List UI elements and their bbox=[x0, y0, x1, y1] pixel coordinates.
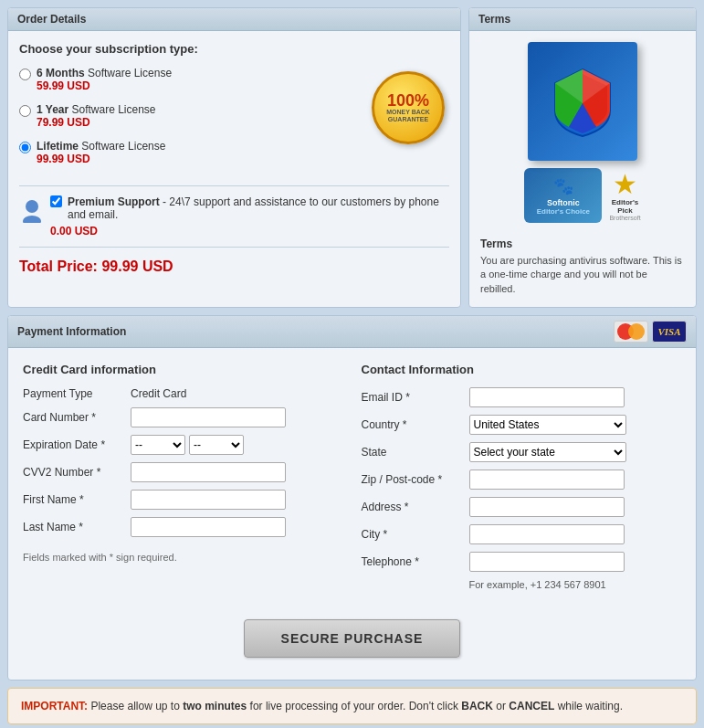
first-name-row: First Name * bbox=[23, 490, 343, 510]
credit-card-title: Credit Card information bbox=[23, 363, 343, 376]
secure-purchase-container: SECURE PURCHASE bbox=[8, 619, 696, 680]
divider-1 bbox=[19, 185, 449, 186]
zip-input[interactable] bbox=[469, 470, 625, 490]
phone-example: For example, +1 234 567 8901 bbox=[362, 579, 682, 590]
terms-title: Terms bbox=[480, 237, 685, 250]
svg-point-0 bbox=[26, 200, 38, 213]
country-select[interactable]: United States Canada United Kingdom Aust… bbox=[469, 415, 626, 435]
total-price-row: Total Price: 99.99 USD bbox=[19, 258, 449, 275]
radio-6months[interactable] bbox=[19, 69, 31, 80]
subscription-options: 6 Months Software License 59.99 USD 1 Ye… bbox=[19, 67, 449, 176]
terms-images: 🐾 Softonic Editor's Choice ★ Editor's Pi… bbox=[480, 42, 685, 296]
mc-circles bbox=[617, 323, 645, 340]
important-label: IMPORTANT: bbox=[21, 700, 88, 712]
premium-support-checkbox[interactable] bbox=[50, 195, 62, 207]
support-checkbox-row: Premium Support - 24\7 support and assis… bbox=[50, 195, 449, 221]
payment-type-label: Payment Type bbox=[23, 387, 123, 400]
zip-label: Zip / Post-code * bbox=[362, 473, 462, 486]
credit-card-section: Credit Card information Payment Type Cre… bbox=[23, 363, 343, 590]
badges-row: 🐾 Softonic Editor's Choice ★ Editor's Pi… bbox=[524, 168, 640, 223]
star-icon: ★ bbox=[609, 171, 640, 198]
radio-1year[interactable] bbox=[19, 105, 31, 117]
notice-bold1: two minutes bbox=[183, 700, 247, 712]
address-input[interactable] bbox=[469, 497, 625, 517]
radio-lifetime[interactable] bbox=[19, 142, 31, 153]
contact-info-title: Contact Information bbox=[362, 363, 682, 376]
support-price: 0.00 USD bbox=[50, 225, 449, 237]
option-6months: 6 Months Software License 59.99 USD bbox=[19, 67, 360, 92]
premium-support-row: Premium Support - 24\7 support and assis… bbox=[19, 195, 449, 237]
terms-text-section: Terms You are purchasing antivirus softw… bbox=[480, 237, 685, 296]
zip-row: Zip / Post-code * bbox=[362, 470, 682, 490]
state-label: State bbox=[362, 446, 462, 459]
softonic-sublabel: Editor's Choice bbox=[537, 207, 590, 216]
address-row: Address * bbox=[362, 497, 682, 517]
subscription-title: Choose your subscription type: bbox=[19, 42, 449, 56]
options-list: 6 Months Software License 59.99 USD 1 Ye… bbox=[19, 67, 360, 176]
expiration-date-row: Expiration Date * -- 010203 040506 07080… bbox=[23, 435, 343, 455]
card-number-row: Card Number * bbox=[23, 407, 343, 427]
support-person-icon bbox=[19, 197, 45, 223]
state-select[interactable]: Select your state Alabama Alaska Califor… bbox=[469, 442, 626, 462]
expiry-month-select[interactable]: -- 010203 040506 070809 101112 bbox=[131, 435, 185, 455]
terms-description: You are purchasing antivirus software. T… bbox=[480, 254, 685, 296]
pick-label: Pick bbox=[609, 206, 640, 215]
brothersoft-label: Brothersoft bbox=[609, 215, 640, 221]
country-row: Country * United States Canada United Ki… bbox=[362, 415, 682, 435]
secure-purchase-button[interactable]: SECURE PURCHASE bbox=[244, 619, 461, 658]
payment-type-value: Credit Card bbox=[131, 387, 186, 400]
top-section: Order Details Choose your subscription t… bbox=[7, 7, 697, 308]
cvv2-label: CVV2 Number * bbox=[23, 466, 123, 479]
expiry-selects: -- 010203 040506 070809 101112 -- 202420… bbox=[131, 435, 244, 455]
address-label: Address * bbox=[362, 501, 462, 513]
page-wrapper: Order Details Choose your subscription t… bbox=[7, 7, 697, 724]
required-note: Fields marked with * sign required. bbox=[23, 552, 343, 563]
terms-header: Terms bbox=[469, 8, 696, 31]
payment-body: Credit Card information Payment Type Cre… bbox=[8, 348, 696, 605]
notice-text1: Please allow up to bbox=[90, 700, 183, 712]
telephone-input[interactable] bbox=[469, 552, 625, 572]
option-6months-label: 6 Months Software License 59.99 USD bbox=[37, 67, 172, 92]
last-name-label: Last Name * bbox=[23, 521, 123, 533]
notice-text4: while waiting. bbox=[558, 700, 623, 712]
badge-percent: 100% bbox=[387, 92, 429, 109]
telephone-label: Telephone * bbox=[362, 555, 462, 568]
email-input[interactable] bbox=[469, 387, 625, 407]
editors-label: Editor's bbox=[609, 198, 640, 206]
expiry-year-select[interactable]: -- 202420252026 202720282029 2030 bbox=[189, 435, 244, 455]
softonic-badge: 🐾 Softonic Editor's Choice bbox=[524, 168, 602, 223]
payment-panel: Payment Information VISA Credit Card inf… bbox=[7, 315, 697, 681]
card-number-label: Card Number * bbox=[23, 411, 123, 424]
card-number-input[interactable] bbox=[131, 407, 286, 427]
city-input[interactable] bbox=[469, 524, 625, 544]
terms-body: 🐾 Softonic Editor's Choice ★ Editor's Pi… bbox=[469, 31, 696, 307]
total-price-value: 99.99 USD bbox=[101, 258, 173, 274]
support-text: Premium Support - 24\7 support and assis… bbox=[68, 195, 449, 221]
badge-text: MONEY BACKGUARANTEE bbox=[386, 109, 430, 124]
visa-logo: VISA bbox=[652, 321, 687, 343]
country-label: Country * bbox=[362, 418, 462, 431]
payment-type-row: Payment Type Credit Card bbox=[23, 387, 343, 400]
divider-2 bbox=[19, 247, 449, 248]
option-1year-label: 1 Year Software License 79.99 USD bbox=[37, 103, 156, 129]
card-logos: VISA bbox=[614, 321, 687, 343]
city-label: City * bbox=[362, 528, 462, 541]
first-name-input[interactable] bbox=[131, 490, 286, 510]
terms-panel: Terms bbox=[468, 7, 697, 308]
notice-bold2: BACK bbox=[461, 700, 493, 712]
option-1year: 1 Year Software License 79.99 USD bbox=[19, 103, 360, 129]
email-row: Email ID * bbox=[362, 387, 682, 407]
last-name-row: Last Name * bbox=[23, 517, 343, 537]
cvv2-row: CVV2 Number * bbox=[23, 462, 343, 482]
payment-panel-header: Payment Information VISA bbox=[8, 316, 696, 348]
order-details-header: Order Details bbox=[8, 8, 460, 31]
notice-text3: or bbox=[496, 700, 509, 712]
cvv2-input[interactable] bbox=[131, 462, 286, 482]
svg-point-1 bbox=[23, 216, 41, 223]
option-lifetime: Lifetime Software License 99.99 USD bbox=[19, 140, 360, 165]
shield-product-icon bbox=[551, 65, 615, 138]
option-lifetime-label: Lifetime Software License 99.99 USD bbox=[37, 140, 165, 165]
telephone-row: Telephone * bbox=[362, 552, 682, 572]
softonic-label: Softonic bbox=[547, 198, 580, 207]
last-name-input[interactable] bbox=[131, 517, 286, 537]
